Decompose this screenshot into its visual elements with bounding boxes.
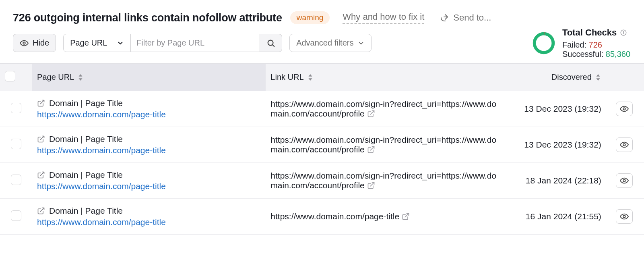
svg-line-9 xyxy=(370,111,374,114)
sort-icon xyxy=(595,74,601,81)
failed-label: Failed: xyxy=(562,40,586,49)
row-checkbox[interactable] xyxy=(11,210,21,221)
column-header-link-url[interactable]: Link URL xyxy=(266,64,504,91)
page-url-link[interactable]: https://www.domain.com/page-title xyxy=(37,181,261,191)
discovered-date: 13 Dec 2023 (19:32) xyxy=(524,140,601,149)
page-title-text: Domain | Page Title xyxy=(49,98,123,108)
warning-badge: warning xyxy=(290,11,330,24)
filter-input[interactable] xyxy=(131,34,260,52)
column-header-link-url-label: Link URL xyxy=(270,73,303,82)
view-button[interactable] xyxy=(616,102,633,116)
share-arrow-icon xyxy=(440,13,449,23)
send-to-button[interactable]: Send to... xyxy=(440,12,491,23)
view-button[interactable] xyxy=(616,137,633,152)
filter-field-select[interactable]: Page URL xyxy=(63,34,131,52)
column-header-page-url-label: Page URL xyxy=(37,73,74,82)
page-url-link[interactable]: https://www.domain.com/page-title xyxy=(37,217,261,227)
column-header-discovered-label: Discovered xyxy=(551,73,592,82)
external-link-icon xyxy=(37,171,45,179)
advanced-filters-label: Advanced filters xyxy=(296,38,353,48)
page-title-text: Domain | Page Title xyxy=(49,170,123,180)
external-link-icon[interactable] xyxy=(367,110,375,118)
successful-value: 85,360 xyxy=(606,50,630,58)
view-button[interactable] xyxy=(616,209,633,224)
hide-label: Hide xyxy=(33,38,49,48)
chevron-down-icon xyxy=(117,40,124,47)
sort-icon xyxy=(307,74,314,81)
select-all-checkbox[interactable] xyxy=(5,71,15,81)
external-link-icon[interactable] xyxy=(367,146,375,154)
svg-line-18 xyxy=(405,214,409,217)
svg-point-10 xyxy=(623,108,625,110)
link-url-text: https://www.domain.com/sign-in?redirect_… xyxy=(270,135,496,154)
eye-icon xyxy=(620,104,629,113)
page-title: 726 outgoing internal links contain nofo… xyxy=(13,12,282,24)
svg-point-16 xyxy=(623,179,625,182)
row-checkbox[interactable] xyxy=(11,175,21,185)
svg-point-7 xyxy=(623,31,624,32)
page-url-link[interactable]: https://www.domain.com/page-title xyxy=(37,146,261,155)
hide-button[interactable]: Hide xyxy=(13,34,56,52)
filter-field-label: Page URL xyxy=(70,38,107,48)
external-link-icon xyxy=(37,207,45,215)
page-url-link[interactable]: https://www.domain.com/page-title xyxy=(37,110,261,119)
checks-donut-chart xyxy=(533,32,555,54)
svg-point-19 xyxy=(623,215,625,218)
table-row: Domain | Page Titlehttps://www.domain.co… xyxy=(0,91,644,127)
eye-icon xyxy=(20,39,29,48)
send-to-label: Send to... xyxy=(453,12,491,23)
successful-label: Successful: xyxy=(562,50,603,58)
search-icon xyxy=(266,39,275,48)
external-link-icon xyxy=(37,135,45,143)
discovered-date: 13 Dec 2023 (19:32) xyxy=(524,104,601,113)
svg-line-11 xyxy=(40,136,44,140)
svg-line-12 xyxy=(370,147,374,150)
page-title-text: Domain | Page Title xyxy=(49,134,123,144)
svg-line-8 xyxy=(40,100,44,104)
chevron-down-icon xyxy=(357,40,365,47)
svg-line-17 xyxy=(40,208,44,212)
svg-point-13 xyxy=(623,144,625,146)
link-url-text: https://www.domain.com/sign-in?redirect_… xyxy=(270,99,496,118)
eye-icon xyxy=(620,212,629,221)
svg-point-3 xyxy=(535,34,553,53)
table-row: Domain | Page Titlehttps://www.domain.co… xyxy=(0,199,644,235)
row-checkbox[interactable] xyxy=(11,139,21,149)
total-checks-title: Total Checks xyxy=(562,27,617,38)
discovered-date: 16 Jan 2024 (21:55) xyxy=(526,212,601,221)
column-header-discovered[interactable]: Discovered xyxy=(504,64,611,91)
svg-point-0 xyxy=(23,42,25,44)
link-url-text: https://www.domain.com/page-title xyxy=(270,212,399,221)
external-link-icon[interactable] xyxy=(402,212,410,221)
eye-icon xyxy=(620,140,629,149)
failed-value: 726 xyxy=(589,40,602,49)
column-header-page-url[interactable]: Page URL xyxy=(32,64,266,91)
external-link-icon xyxy=(37,99,45,107)
advanced-filters-button[interactable]: Advanced filters xyxy=(289,34,372,52)
info-icon[interactable] xyxy=(620,29,627,36)
external-link-icon[interactable] xyxy=(367,181,375,189)
sort-icon xyxy=(77,74,84,81)
eye-icon xyxy=(620,176,629,185)
page-title-text: Domain | Page Title xyxy=(49,206,123,216)
table-row: Domain | Page Titlehttps://www.domain.co… xyxy=(0,163,644,199)
link-url-text: https://www.domain.com/sign-in?redirect_… xyxy=(270,171,496,190)
table-row: Domain | Page Titlehttps://www.domain.co… xyxy=(0,127,644,163)
svg-line-2 xyxy=(272,45,274,46)
search-button[interactable] xyxy=(260,34,282,52)
view-button[interactable] xyxy=(616,173,633,188)
discovered-date: 18 Jan 2024 (22:18) xyxy=(526,176,601,185)
total-checks-panel: Total Checks Failed: 726 Successful: 85,… xyxy=(533,27,630,59)
svg-line-15 xyxy=(370,183,374,186)
row-checkbox[interactable] xyxy=(11,103,21,113)
fix-it-link[interactable]: Why and how to fix it xyxy=(343,12,424,24)
svg-line-14 xyxy=(40,172,44,176)
